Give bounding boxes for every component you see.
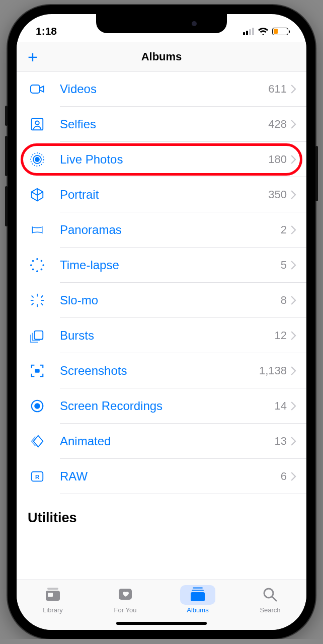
svg-rect-16 <box>31 300 34 301</box>
svg-rect-19 <box>41 303 43 305</box>
album-label: Selfies <box>60 117 268 131</box>
chevron-right-icon <box>291 366 296 375</box>
album-count: 6 <box>281 470 287 483</box>
album-row-bursts[interactable]: Bursts12 <box>17 318 306 353</box>
svg-point-3 <box>35 157 39 162</box>
album-count: 5 <box>281 259 287 272</box>
svg-rect-20 <box>31 303 34 305</box>
page-title: Albums <box>141 50 182 63</box>
notch <box>96 14 227 33</box>
album-row-portrait[interactable]: Portrait350 <box>17 177 306 212</box>
portrait-icon <box>28 185 47 204</box>
album-label: Screen Recordings <box>60 399 275 413</box>
album-row-selfies[interactable]: Selfies428 <box>17 107 306 142</box>
svg-rect-33 <box>193 587 203 589</box>
svg-point-12 <box>30 264 32 266</box>
svg-point-8 <box>42 264 44 266</box>
chevron-right-icon <box>291 401 296 411</box>
tab-label: For You <box>114 606 137 614</box>
album-count: 180 <box>268 153 287 166</box>
album-row-panoramas[interactable]: Panoramas2 <box>17 212 306 248</box>
album-count: 13 <box>275 435 287 448</box>
svg-rect-34 <box>192 590 204 591</box>
svg-rect-15 <box>37 304 38 307</box>
album-label: Slo-mo <box>60 293 281 307</box>
status-time: 1:18 <box>36 25 57 37</box>
chevron-right-icon <box>291 331 296 340</box>
album-row-live-photos[interactable]: Live Photos180 <box>17 142 306 177</box>
album-row-slo-mo[interactable]: Slo-mo8 <box>17 283 306 318</box>
search-tab-icon <box>262 596 279 603</box>
chevron-right-icon <box>291 437 296 446</box>
album-label: Bursts <box>60 329 275 343</box>
svg-rect-14 <box>37 294 38 297</box>
album-row-videos[interactable]: Videos611 <box>17 71 306 107</box>
svg-point-7 <box>41 260 43 262</box>
svg-point-13 <box>32 260 34 262</box>
svg-rect-35 <box>191 592 205 601</box>
cellular-icon <box>243 28 254 35</box>
tab-bar: LibraryFor YouAlbumsSearch <box>17 580 306 630</box>
album-label: Panoramas <box>60 223 281 237</box>
album-count: 12 <box>275 329 287 342</box>
chevron-right-icon <box>291 472 296 481</box>
album-list[interactable]: Videos611Selfies428Live Photos180Portrai… <box>17 71 306 580</box>
svg-rect-22 <box>34 331 43 340</box>
chevron-right-icon <box>291 190 296 199</box>
wifi-icon <box>258 27 269 36</box>
svg-point-11 <box>32 269 34 271</box>
video-icon <box>28 79 47 99</box>
svg-rect-21 <box>41 295 43 298</box>
chevron-right-icon <box>291 85 296 94</box>
album-row-raw[interactable]: RRAW6 <box>17 459 306 494</box>
bursts-icon <box>28 326 47 345</box>
svg-rect-0 <box>31 85 40 93</box>
tab-label: Search <box>260 606 280 614</box>
svg-point-26 <box>35 404 39 408</box>
add-button[interactable]: + <box>28 48 38 65</box>
tab-label: Albums <box>187 606 208 614</box>
screen: 1:18 + Albums Videos611Selfies428Live Ph… <box>17 14 306 630</box>
chevron-right-icon <box>291 155 296 164</box>
album-label: Portrait <box>60 188 268 202</box>
album-count: 14 <box>275 399 287 413</box>
panorama-icon <box>28 220 47 239</box>
album-count: 350 <box>268 188 287 201</box>
screenshots-icon <box>28 361 47 380</box>
library-tab-icon <box>44 596 61 603</box>
foryou-tab-icon <box>117 596 134 603</box>
album-row-screen-recordings[interactable]: Screen Recordings14 <box>17 388 306 424</box>
album-label: Animated <box>60 434 275 448</box>
album-label: RAW <box>60 469 281 484</box>
album-label: Screenshots <box>60 364 259 378</box>
svg-point-6 <box>36 258 38 260</box>
tab-search[interactable]: Search <box>234 585 306 630</box>
album-count: 1,138 <box>259 364 287 377</box>
svg-rect-31 <box>48 593 53 597</box>
selfie-icon <box>28 115 47 134</box>
screenrec-icon <box>28 396 47 416</box>
svg-point-24 <box>37 370 38 372</box>
svg-point-10 <box>36 270 38 272</box>
album-count: 2 <box>281 223 287 236</box>
svg-point-9 <box>41 269 43 271</box>
home-indicator[interactable] <box>116 622 207 625</box>
chevron-right-icon <box>291 296 296 305</box>
utilities-header: Utilities <box>17 494 306 531</box>
album-count: 428 <box>268 118 287 131</box>
svg-text:R: R <box>35 474 39 480</box>
album-row-animated[interactable]: Animated13 <box>17 424 306 459</box>
slomo-icon <box>28 291 47 310</box>
chevron-right-icon <box>291 261 296 270</box>
chevron-right-icon <box>291 120 296 129</box>
album-row-screenshots[interactable]: Screenshots1,138 <box>17 353 306 388</box>
svg-rect-18 <box>31 295 34 298</box>
phone-frame: 1:18 + Albums Videos611Selfies428Live Ph… <box>8 5 315 639</box>
album-label: Time-lapse <box>60 258 281 272</box>
album-row-time-lapse[interactable]: Time-lapse5 <box>17 248 306 283</box>
svg-rect-29 <box>47 588 58 590</box>
album-label: Videos <box>60 82 268 96</box>
tab-library[interactable]: Library <box>17 585 89 630</box>
raw-icon: R <box>28 467 47 486</box>
album-count: 8 <box>281 294 287 307</box>
